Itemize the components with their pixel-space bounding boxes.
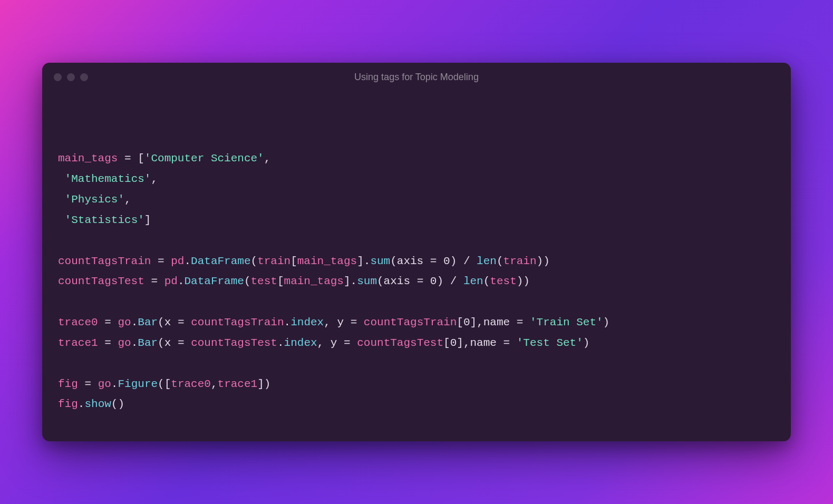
identifier: trace0 — [58, 316, 98, 328]
operator: = — [178, 337, 185, 349]
identifier: go — [118, 337, 131, 349]
titlebar: Using tags for Topic Modeling — [42, 63, 791, 92]
identifier: main_tags — [284, 275, 344, 287]
bracket: [ — [138, 152, 144, 164]
dot: . — [277, 337, 284, 349]
operator: = — [503, 337, 510, 349]
dot: . — [184, 255, 191, 267]
identifier: fig — [58, 378, 78, 390]
operator: = — [517, 316, 524, 328]
attribute: index — [290, 316, 324, 328]
close-icon[interactable] — [54, 73, 62, 81]
keyword-arg: x — [164, 316, 171, 328]
keyword-arg: y — [331, 337, 337, 349]
maximize-icon[interactable] — [80, 73, 88, 81]
keyword-arg: x — [164, 337, 171, 349]
operator: = — [344, 337, 351, 349]
operator: = — [151, 275, 158, 287]
comma: , — [124, 193, 131, 206]
method-call: Bar — [138, 316, 158, 328]
paren: )) — [537, 255, 550, 267]
dot: . — [111, 378, 118, 390]
dot: . — [178, 275, 185, 287]
identifier: main_tags — [58, 152, 118, 164]
keyword-arg: name — [470, 337, 497, 349]
comma: , — [324, 316, 331, 328]
string-literal: 'Physics' — [65, 193, 124, 206]
identifier: trace1 — [218, 378, 258, 390]
paren: ]) — [257, 378, 270, 390]
operator: = — [178, 316, 185, 328]
identifier: test — [251, 275, 277, 287]
bracket: ] — [470, 316, 477, 328]
paren: )) — [517, 275, 530, 287]
identifier: go — [98, 378, 111, 390]
identifier: countTagsTrain — [191, 316, 284, 328]
operator: = — [417, 275, 424, 287]
builtin: len — [477, 255, 497, 267]
identifier: countTagsTest — [58, 275, 144, 287]
identifier: countTagsTrain — [58, 255, 151, 267]
operator: = — [104, 337, 111, 349]
paren: ( — [244, 275, 251, 287]
identifier: train — [503, 255, 537, 267]
comma: , — [151, 173, 158, 185]
paren: ( — [377, 275, 384, 287]
number: 0 — [450, 337, 457, 349]
paren: ) — [450, 255, 457, 267]
string-literal: 'Train Set' — [530, 316, 603, 328]
dot: . — [284, 316, 291, 328]
identifier: trace0 — [171, 378, 211, 390]
operator: = — [84, 378, 91, 390]
paren: () — [111, 398, 124, 410]
comma: , — [211, 378, 218, 390]
identifier: train — [257, 255, 290, 267]
paren: ( — [483, 275, 490, 287]
operator: = — [351, 316, 357, 328]
identifier: fig — [58, 398, 78, 410]
number: 0 — [443, 255, 450, 267]
bracket: [ — [443, 337, 450, 349]
bracket: ] — [344, 275, 351, 287]
paren: ) — [603, 316, 610, 328]
comma: , — [317, 337, 324, 349]
minimize-icon[interactable] — [67, 73, 75, 81]
attribute: index — [284, 337, 317, 349]
bracket: ] — [357, 255, 364, 267]
operator: = — [104, 316, 111, 328]
operator: = — [158, 255, 164, 267]
keyword-arg: name — [483, 316, 510, 328]
identifier: main_tags — [297, 255, 357, 267]
identifier: pd — [171, 255, 184, 267]
paren: ( — [390, 255, 397, 267]
method-call: DataFrame — [191, 255, 250, 267]
paren: ( — [158, 316, 164, 328]
code-window: Using tags for Topic Modeling main_tags … — [42, 63, 791, 442]
bracket: [ — [457, 316, 463, 328]
paren: ( — [251, 255, 258, 267]
identifier: countTagsTrain — [364, 316, 457, 328]
string-literal: 'Test Set' — [517, 337, 583, 349]
keyword-arg: y — [337, 316, 344, 328]
operator: / — [463, 255, 470, 267]
paren: ) — [583, 337, 590, 349]
operator: = — [124, 152, 131, 164]
identifier: countTagsTest — [357, 337, 443, 349]
code-editor[interactable]: main_tags = ['Computer Science', 'Mathem… — [42, 92, 791, 442]
dot: . — [131, 337, 138, 349]
dot: . — [131, 316, 138, 328]
bracket: ] — [457, 337, 463, 349]
method-call: Figure — [118, 378, 158, 390]
paren: ([ — [158, 378, 171, 390]
identifier: countTagsTest — [191, 337, 277, 349]
paren: ( — [497, 255, 503, 267]
comma: , — [264, 152, 271, 164]
method-call: sum — [357, 275, 377, 287]
operator: = — [430, 255, 437, 267]
identifier: go — [118, 316, 131, 328]
string-literal: 'Mathematics' — [65, 173, 151, 185]
number: 0 — [430, 275, 437, 287]
paren: ( — [158, 337, 164, 349]
method-call: sum — [370, 255, 390, 267]
dot: . — [351, 275, 357, 287]
